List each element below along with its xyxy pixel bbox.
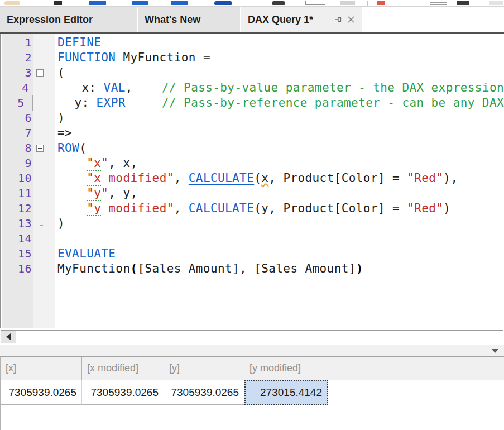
code-line[interactable]: 15EVALUATE — [1, 246, 504, 261]
fold-line-marker — [35, 201, 55, 216]
fold-end-marker — [35, 111, 55, 126]
line-number: 1 — [1, 35, 35, 50]
code-text: "x modified", CALCULATE(x, Product[Color… — [55, 171, 504, 186]
fold-margin — [35, 246, 55, 261]
toolbar-icon-fragment[interactable] — [171, 1, 188, 5]
fold-open-marker[interactable] — [35, 65, 55, 80]
code-text: FUNCTION MyFunction = — [55, 50, 504, 65]
line-number: 10 — [1, 171, 35, 186]
code-line[interactable]: 14 — [1, 231, 504, 246]
line-number: 16 — [1, 261, 35, 276]
code-line[interactable]: 11 "y", y, — [1, 186, 504, 201]
toolbar-icon-fragment[interactable] — [340, 1, 355, 5]
result-cell[interactable]: 7305939.0265 — [82, 380, 164, 405]
code-text: "y modified", CALCULATE(y, Product[Color… — [55, 201, 504, 216]
result-cell[interactable]: 7305939.0265 — [1, 380, 82, 405]
code-line[interactable]: 16MyFunction([Sales Amount], [Sales Amou… — [1, 261, 504, 276]
toolbar-icon-fragment[interactable] — [132, 1, 148, 5]
results-grid: [x][x modified][y][y modified] 7305939.0… — [0, 356, 504, 430]
horizontal-scrollbar[interactable] — [0, 328, 504, 345]
code-line[interactable]: 7=> — [1, 126, 504, 141]
close-icon[interactable] — [347, 15, 356, 24]
result-cell[interactable]: 7305939.0265 — [164, 380, 244, 405]
code-line[interactable]: 8ROW( — [1, 141, 504, 156]
results-splitter[interactable] — [0, 345, 504, 356]
tab-expression-editor[interactable]: Expression Editor — [0, 7, 137, 32]
line-number: 3 — [1, 65, 35, 80]
code-text: => — [55, 126, 504, 141]
column-header[interactable]: [y] — [164, 357, 244, 380]
code-text: ROW( — [55, 141, 504, 156]
line-number: 8 — [1, 141, 35, 156]
line-number: 9 — [1, 156, 35, 171]
code-text: "x", x, — [55, 156, 504, 171]
tab-label: What's New — [145, 14, 200, 26]
code-text: EVALUATE — [55, 246, 504, 261]
scrollbar-track[interactable] — [16, 331, 503, 343]
code-text: y: EXPR // Pass-by-reference parameter -… — [43, 95, 504, 111]
tab-whats-new[interactable]: What's New — [138, 7, 240, 32]
line-number: 6 — [1, 111, 35, 126]
scroll-left-button[interactable] — [1, 331, 16, 343]
code-text: MyFunction([Sales Amount], [Sales Amount… — [55, 261, 504, 276]
collapse-down-icon[interactable] — [492, 349, 498, 353]
toolbar-icon-fragment[interactable] — [54, 1, 62, 5]
fold-end-marker — [35, 216, 55, 231]
code-editor[interactable]: 1DEFINE2FUNCTION MyFunction =3(4 x: VAL,… — [0, 34, 504, 328]
toolbar-icon-fragment[interactable] — [89, 1, 106, 5]
toolbar — [0, 0, 504, 7]
results-row: 7305939.02657305939.02657305939.02652730… — [1, 380, 504, 405]
code-line[interactable]: 3( — [1, 65, 504, 80]
column-header[interactable]: [x] — [1, 357, 82, 380]
code-line[interactable]: 4 x: VAL, // Pass-by-value parameter - t… — [1, 80, 504, 95]
code-text: DEFINE — [55, 35, 504, 50]
scrollbar-track-container — [1, 330, 503, 343]
line-number: 11 — [1, 186, 35, 201]
left-triangle-icon — [6, 333, 11, 340]
fold-margin — [35, 126, 55, 141]
fold-line-marker — [32, 80, 51, 95]
fold-open-marker[interactable] — [35, 141, 55, 156]
code-line[interactable]: 1DEFINE — [1, 35, 504, 50]
toolbar-icon-fragment — [367, 1, 368, 6]
fold-line-marker — [35, 156, 55, 171]
column-header[interactable]: [y modified] — [244, 357, 328, 380]
toolbar-icon-fragment[interactable] — [305, 1, 325, 5]
tab-label: Expression Editor — [7, 14, 93, 26]
tab-dax-query-1[interactable]: DAX Query 1* — [241, 7, 362, 32]
results-empty-area — [1, 405, 504, 429]
line-number: 5 — [1, 95, 28, 111]
code-lines: 1DEFINE2FUNCTION MyFunction =3(4 x: VAL,… — [1, 34, 504, 276]
code-line[interactable]: 5 y: EXPR // Pass-by-reference parameter… — [1, 95, 504, 111]
code-line[interactable]: 9 "x", x, — [1, 156, 504, 171]
code-text — [55, 231, 504, 246]
code-line[interactable]: 2FUNCTION MyFunction = — [1, 50, 504, 65]
code-line[interactable]: 10 "x modified", CALCULATE(x, Product[Co… — [1, 171, 504, 186]
fold-margin — [35, 261, 55, 276]
toolbar-icon-fragment — [251, 1, 251, 6]
code-line[interactable]: 13) — [1, 216, 504, 231]
toolbar-icon-fragment[interactable] — [272, 1, 285, 5]
toolbar-icon-fragment[interactable] — [430, 2, 447, 5]
results-header: [x][x modified][y][y modified] — [1, 357, 504, 380]
code-text: x: VAL, // Pass-by-value parameter - the… — [50, 80, 504, 95]
fold-margin — [35, 50, 55, 65]
column-header[interactable]: [x modified] — [82, 357, 164, 380]
fold-line-marker — [28, 95, 43, 111]
fold-margin — [35, 231, 55, 246]
tab-bar: Expression Editor What's New DAX Query 1… — [0, 7, 504, 34]
result-cell-selected[interactable]: 273015.4142 — [244, 380, 328, 405]
line-number: 14 — [1, 231, 35, 246]
toolbar-icon-fragment[interactable] — [4, 1, 20, 5]
line-number: 15 — [1, 246, 35, 261]
code-text: ) — [55, 111, 504, 126]
toolbar-icon-fragment[interactable] — [214, 1, 232, 5]
pin-icon[interactable] — [334, 15, 344, 24]
toolbar-icon-fragment[interactable] — [489, 1, 503, 5]
toolbar-icon-fragment[interactable] — [457, 1, 469, 5]
code-line[interactable]: 12 "y modified", CALCULATE(y, Product[Co… — [1, 201, 504, 216]
code-line[interactable]: 6) — [1, 111, 504, 126]
code-text: "y", y, — [55, 186, 504, 201]
code-text: ) — [55, 216, 504, 231]
toolbar-icon-fragment[interactable] — [377, 1, 385, 5]
